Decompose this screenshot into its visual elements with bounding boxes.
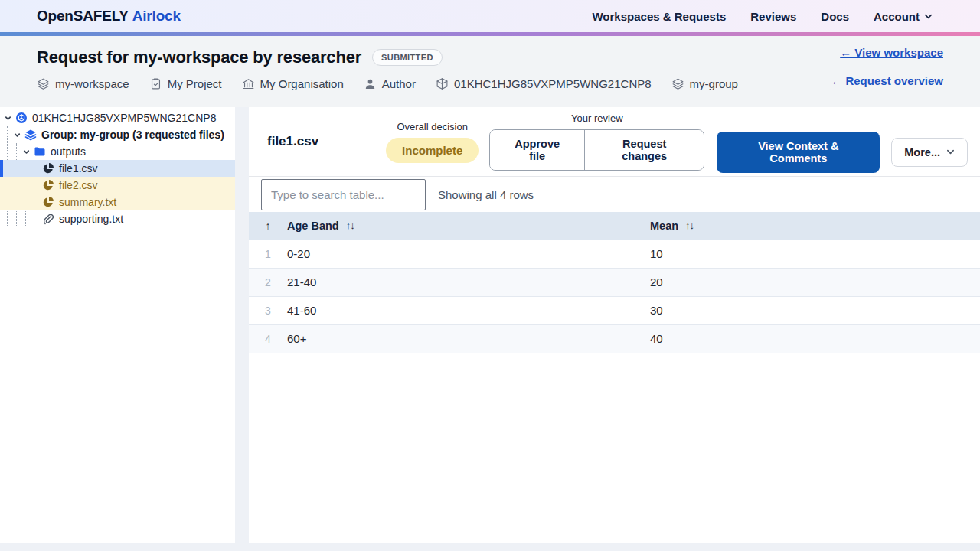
meta-label: My Organisation: [260, 77, 344, 90]
clipboard-icon: [149, 77, 162, 90]
sort-asc-icon: ↑: [266, 220, 271, 232]
nav-docs[interactable]: Docs: [821, 10, 849, 23]
tree-item-request[interactable]: 01KHC1HJG85VXPMP5WNG21CNP8: [0, 109, 235, 126]
age-band-column-header[interactable]: Age Band↑↓: [287, 212, 650, 240]
tree-item-group[interactable]: Group: my-group (3 requested files): [0, 126, 235, 143]
logo-accent: Airlock: [132, 8, 181, 24]
search-input[interactable]: [261, 179, 426, 210]
age-band-cell: 0-20: [287, 240, 650, 268]
sort-both-icon: ↑↓: [685, 220, 694, 231]
meta-label: Author: [382, 77, 416, 90]
layers-icon: [37, 77, 50, 90]
tree-item-label: Group: my-group (3 requested files): [41, 129, 224, 141]
group-layers-icon: [24, 129, 37, 141]
selected-indicator: [0, 160, 3, 177]
table-header-row: ↑ Age Band↑↓ Mean↑↓: [249, 212, 980, 240]
user-icon: [364, 77, 377, 90]
request-overview-link[interactable]: ← Request overview: [831, 74, 943, 87]
age-band-cell: 21-40: [287, 268, 650, 296]
file-chart-icon: [42, 196, 54, 208]
nav-label: Workspaces & Requests: [592, 10, 726, 23]
file-tree-sidebar: 01KHC1HJG85VXPMP5WNG21CNP8 Group: my-gro…: [0, 107, 235, 543]
tree-item-supporting[interactable]: supporting.txt: [0, 210, 235, 227]
tree-item-file2[interactable]: file2.csv: [0, 177, 235, 194]
mean-cell: 40: [650, 324, 980, 353]
file-review-panel: file1.csv Overall decision Incomplete Yo…: [249, 107, 980, 543]
chevron-down-icon[interactable]: [3, 113, 13, 123]
file-chart-icon: [42, 179, 54, 191]
chevron-down-icon: [924, 12, 933, 21]
header-links: ← View workspace ← Request overview: [831, 46, 943, 87]
request-meta-row: my-workspace My Project My Organisation …: [37, 77, 943, 90]
chevron-down-icon: [946, 148, 955, 156]
table-row: 1 0-20 10: [249, 240, 980, 268]
meta-label: my-workspace: [55, 77, 129, 90]
bank-icon: [242, 77, 255, 90]
data-table: ↑ Age Band↑↓ Mean↑↓ 1 0-20 10 2: [249, 212, 980, 353]
chevron-down-icon[interactable]: [21, 147, 31, 157]
paperclip-icon: [42, 213, 54, 225]
page-title: Request for my-workspace by researcher: [37, 47, 361, 67]
tree-item-label: summary.txt: [59, 196, 116, 208]
mean-cell: 30: [650, 296, 980, 324]
tree-item-label: supporting.txt: [59, 213, 123, 225]
meta-group: my-group: [671, 77, 738, 90]
decision-badge: Incomplete: [386, 138, 479, 163]
file-header-bar: file1.csv Overall decision Incomplete Yo…: [249, 107, 980, 177]
table-row: 2 21-40 20: [249, 268, 980, 296]
sort-both-icon: ↑↓: [346, 220, 354, 231]
nav-menu: Workspaces & Requests Reviews Docs Accou…: [592, 10, 933, 23]
layers-icon: [671, 77, 684, 90]
nav-label: Account: [874, 10, 920, 23]
review-button-group: Approve file Request changes: [489, 129, 704, 171]
folder-icon: [34, 145, 46, 158]
mean-cell: 10: [650, 240, 980, 268]
nav-reviews[interactable]: Reviews: [750, 10, 796, 23]
tree-item-label: file2.csv: [59, 179, 98, 191]
tree-item-file1[interactable]: file1.csv: [0, 160, 235, 177]
tree-item-outputs-folder[interactable]: outputs: [0, 143, 235, 160]
meta-organisation: My Organisation: [242, 77, 344, 90]
panel-gap: [235, 107, 249, 543]
mean-column-header[interactable]: Mean↑↓: [650, 212, 980, 240]
index-column-header[interactable]: ↑: [249, 212, 287, 240]
tree-item-summary[interactable]: summary.txt: [0, 194, 235, 210]
request-header: Request for my-workspace by researcher S…: [0, 36, 980, 107]
meta-label: My Project: [168, 77, 222, 90]
file-chart-icon: [42, 162, 54, 174]
table-toolbar: Showing all 4 rows: [249, 177, 980, 212]
age-band-cell: 60+: [287, 324, 650, 353]
row-number: 4: [249, 324, 287, 353]
age-band-cell: 41-60: [287, 296, 650, 324]
meta-label: my-group: [690, 77, 738, 90]
overall-decision-label: Overall decision: [397, 121, 468, 132]
meta-label: 01KHC1HJG85VXPMP5WNG21CNP8: [454, 77, 652, 90]
view-workspace-link[interactable]: ← View workspace: [840, 46, 943, 59]
chevron-down-icon[interactable]: [12, 130, 22, 140]
row-number: 1: [249, 240, 287, 268]
nav-account-dropdown[interactable]: Account: [874, 10, 933, 23]
table-row: 4 60+ 40: [249, 324, 980, 353]
approve-file-button[interactable]: Approve file: [490, 130, 584, 170]
content-region: 01KHC1HJG85VXPMP5WNG21CNP8 Group: my-gro…: [0, 107, 980, 543]
app-logo[interactable]: OpenSAFELYAirlock: [37, 8, 181, 24]
more-actions-button[interactable]: More...: [891, 138, 968, 167]
column-label: Mean: [650, 220, 678, 232]
meta-request-id: 01KHC1HJG85VXPMP5WNG21CNP8: [436, 77, 652, 90]
overall-decision-group: Overall decision Incomplete: [386, 121, 479, 163]
logo-primary: OpenSAFELY: [37, 8, 129, 24]
tree-item-label: outputs: [51, 145, 86, 158]
row-number: 3: [249, 296, 287, 324]
meta-author: Author: [364, 77, 416, 90]
meta-workspace: my-workspace: [37, 77, 129, 90]
view-context-comments-button[interactable]: View Context & Comments: [717, 132, 880, 173]
nav-workspaces-requests[interactable]: Workspaces & Requests: [592, 10, 726, 23]
meta-project: My Project: [149, 77, 222, 90]
table-row: 3 41-60 30: [249, 296, 980, 324]
request-changes-button[interactable]: Request changes: [584, 130, 704, 170]
more-label: More...: [904, 146, 940, 158]
cube-icon: [436, 77, 449, 90]
column-label: Age Band: [287, 220, 339, 232]
nav-label: Reviews: [750, 10, 796, 23]
rows-status: Showing all 4 rows: [438, 188, 534, 201]
